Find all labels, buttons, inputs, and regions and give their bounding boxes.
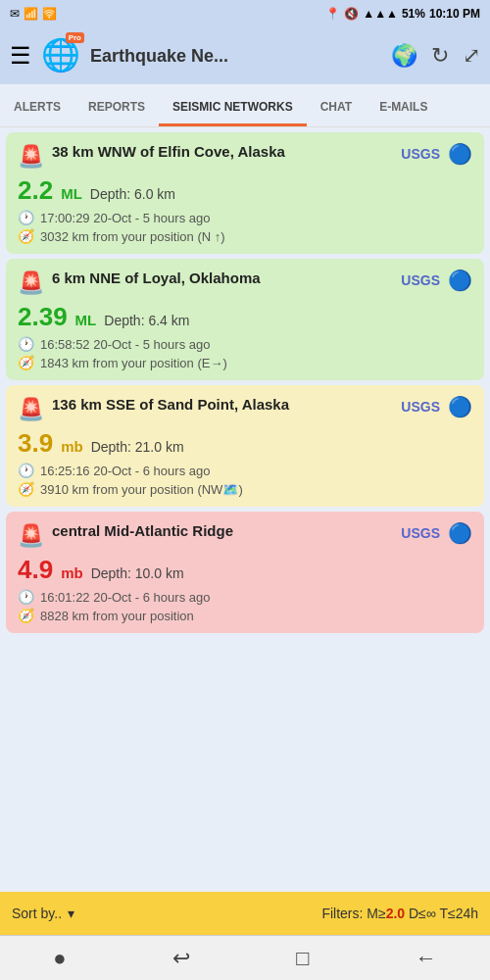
location-2: 6 km NNE of Loyal, Oklahoma bbox=[52, 269, 261, 288]
location-3: 136 km SSE of Sand Point, Alaska bbox=[52, 395, 289, 415]
depth-2: Depth: 6.4 km bbox=[104, 313, 189, 328]
distance-text-3: 3910 km from your position (NW🗺️) bbox=[40, 482, 243, 497]
card-title-3: 🚨 136 km SSE of Sand Point, Alaska bbox=[18, 395, 401, 422]
card-header-2: 🚨 6 km NNE of Loyal, Oklahoma USGS 🔵 bbox=[18, 269, 472, 296]
status-bar: ✉ 📶 🛜 📍 🔇 ▲▲▲ 51% 10:10 PM bbox=[0, 0, 490, 27]
tab-chat[interactable]: CHAT bbox=[307, 90, 366, 126]
app-title: Earthquake Ne... bbox=[90, 46, 228, 67]
share-icon-1[interactable]: 🔵 bbox=[448, 142, 472, 166]
mag-type-1: ML bbox=[61, 185, 82, 202]
globe-container: 🌐 Pro bbox=[41, 36, 80, 75]
header-actions: 🌍 ↻ ⤢ bbox=[391, 43, 480, 69]
quake-alert-icon-4: 🚨 bbox=[18, 523, 44, 549]
location-1: 38 km WNW of Elfin Cove, Alaska bbox=[52, 142, 285, 162]
magnitude-line-3: 3.9mb Depth: 21.0 km bbox=[18, 428, 472, 459]
sort-by-control[interactable]: Sort by.. ▾ bbox=[12, 906, 74, 921]
usgs-badge-3[interactable]: USGS bbox=[401, 399, 440, 415]
clock-icon-4: 🕐 bbox=[18, 589, 34, 605]
share-icon-2[interactable]: 🔵 bbox=[448, 269, 472, 292]
time-row-3: 🕐 16:25:16 20-Oct - 6 hours ago bbox=[18, 463, 472, 478]
time-text-2: 16:58:52 20-Oct - 5 hours ago bbox=[40, 337, 210, 352]
quake-alert-icon-3: 🚨 bbox=[18, 397, 44, 422]
nav-back-icon[interactable]: ↩ bbox=[172, 946, 190, 971]
sort-by-label: Sort by.. bbox=[12, 906, 62, 921]
card-body-1: 2.2ML Depth: 6.0 km 🕐 17:00:29 20-Oct - … bbox=[18, 175, 472, 244]
clock-icon-2: 🕐 bbox=[18, 336, 34, 352]
compass-icon-1: 🧭 bbox=[18, 228, 34, 244]
tab-bar: ALERTS REPORTS SEISMIC NETWORKS CHAT E-M… bbox=[0, 84, 490, 127]
nav-arrow-icon[interactable]: ← bbox=[416, 946, 437, 971]
expand-icon[interactable]: ⤢ bbox=[463, 43, 480, 69]
time-text-1: 17:00:29 20-Oct - 5 hours ago bbox=[40, 211, 210, 225]
card-actions-4: USGS 🔵 bbox=[401, 521, 472, 545]
depth-1: Depth: 6.0 km bbox=[90, 186, 175, 202]
card-header-1: 🚨 38 km WNW of Elfin Cove, Alaska USGS 🔵 bbox=[18, 142, 472, 170]
quake-alert-icon-2: 🚨 bbox=[18, 270, 44, 296]
nav-bar: ● ↩ □ ← bbox=[0, 935, 490, 980]
card-body-4: 4.9mb Depth: 10.0 km 🕐 16:01:22 20-Oct -… bbox=[18, 555, 472, 623]
time-row-1: 🕐 17:00:29 20-Oct - 5 hours ago bbox=[18, 210, 472, 225]
depth-3: Depth: 21.0 km bbox=[91, 439, 184, 455]
usgs-badge-2[interactable]: USGS bbox=[401, 272, 440, 288]
sim-status-icon: 📶 bbox=[24, 7, 38, 21]
magnitude-line-2: 2.39ML Depth: 6.4 km bbox=[18, 302, 472, 332]
filters-suffix: D≤∞ T≤24h bbox=[405, 906, 478, 921]
card-body-2: 2.39ML Depth: 6.4 km 🕐 16:58:52 20-Oct -… bbox=[18, 302, 472, 370]
refresh-icon[interactable]: ↻ bbox=[431, 43, 449, 69]
time-text-3: 16:25:16 20-Oct - 6 hours ago bbox=[40, 464, 210, 478]
email-status-icon: ✉ bbox=[10, 7, 20, 21]
quake-alert-icon-1: 🚨 bbox=[18, 144, 44, 170]
magnitude-value-1: 2.2 bbox=[18, 175, 53, 206]
magnitude-value-4: 4.9 bbox=[18, 555, 53, 585]
location-icon: 📍 bbox=[325, 7, 340, 21]
earthquake-card-2: 🚨 6 km NNE of Loyal, Oklahoma USGS 🔵 2.3… bbox=[6, 259, 484, 380]
mag-type-3: mb bbox=[61, 438, 83, 455]
nav-home-icon[interactable]: ● bbox=[53, 946, 66, 971]
status-icons-left: ✉ 📶 🛜 bbox=[10, 7, 57, 21]
clock-icon-1: 🕐 bbox=[18, 210, 34, 225]
time-row-4: 🕐 16:01:22 20-Oct - 6 hours ago bbox=[18, 589, 472, 605]
clock-time: 10:10 PM bbox=[429, 7, 480, 21]
usgs-badge-1[interactable]: USGS bbox=[401, 146, 440, 162]
dropdown-icon: ▾ bbox=[68, 906, 74, 921]
earthquake-card-4: 🚨 central Mid-Atlantic Ridge USGS 🔵 4.9m… bbox=[6, 512, 484, 633]
card-actions-2: USGS 🔵 bbox=[401, 269, 472, 292]
earthquake-list: 🚨 38 km WNW of Elfin Cove, Alaska USGS 🔵… bbox=[0, 127, 490, 892]
pro-badge: Pro bbox=[66, 32, 84, 43]
magnitude-line-4: 4.9mb Depth: 10.0 km bbox=[18, 555, 472, 585]
magnitude-line-1: 2.2ML Depth: 6.0 km bbox=[18, 175, 472, 206]
distance-text-2: 1843 km from your position (E→) bbox=[40, 356, 227, 370]
tab-seismic-networks[interactable]: SEISMIC NETWORKS bbox=[159, 90, 307, 126]
share-icon-4[interactable]: 🔵 bbox=[448, 521, 472, 545]
card-header-3: 🚨 136 km SSE of Sand Point, Alaska USGS … bbox=[18, 395, 472, 422]
battery-level: 51% bbox=[402, 7, 425, 21]
distance-text-4: 8828 km from your position bbox=[40, 609, 194, 623]
mag-type-4: mb bbox=[61, 564, 83, 581]
tab-emails[interactable]: E-MAILS bbox=[366, 90, 441, 126]
menu-icon[interactable]: ☰ bbox=[10, 42, 31, 70]
time-text-4: 16:01:22 20-Oct - 6 hours ago bbox=[40, 590, 210, 605]
distance-row-1: 🧭 3032 km from your position (N ↑) bbox=[18, 228, 472, 244]
wifi-status-icon: 🛜 bbox=[42, 7, 57, 21]
tab-alerts[interactable]: ALERTS bbox=[0, 90, 74, 126]
clock-icon-3: 🕐 bbox=[18, 463, 34, 478]
usgs-badge-4[interactable]: USGS bbox=[401, 525, 440, 541]
app-header: ☰ 🌐 Pro Earthquake Ne... 🌍 ↻ ⤢ bbox=[0, 27, 490, 84]
compass-icon-4: 🧭 bbox=[18, 608, 34, 623]
card-actions-3: USGS 🔵 bbox=[401, 395, 472, 418]
magnitude-value-3: 3.9 bbox=[18, 428, 53, 459]
card-body-3: 3.9mb Depth: 21.0 km 🕐 16:25:16 20-Oct -… bbox=[18, 428, 472, 497]
distance-row-3: 🧭 3910 km from your position (NW🗺️) bbox=[18, 481, 472, 497]
earthquake-card-3: 🚨 136 km SSE of Sand Point, Alaska USGS … bbox=[6, 385, 484, 507]
card-header-4: 🚨 central Mid-Atlantic Ridge USGS 🔵 bbox=[18, 521, 472, 549]
filters-magnitude: 2.0 bbox=[386, 906, 405, 921]
earthquake-card-1: 🚨 38 km WNW of Elfin Cove, Alaska USGS 🔵… bbox=[6, 132, 484, 254]
world-icon[interactable]: 🌍 bbox=[391, 43, 417, 69]
mag-type-2: ML bbox=[75, 312, 97, 328]
share-icon-3[interactable]: 🔵 bbox=[448, 395, 472, 418]
header-left: ☰ 🌐 Pro Earthquake Ne... bbox=[10, 36, 228, 75]
card-title-4: 🚨 central Mid-Atlantic Ridge bbox=[18, 521, 401, 549]
tab-reports[interactable]: REPORTS bbox=[74, 90, 159, 126]
compass-icon-3: 🧭 bbox=[18, 481, 34, 497]
nav-overview-icon[interactable]: □ bbox=[296, 946, 309, 971]
